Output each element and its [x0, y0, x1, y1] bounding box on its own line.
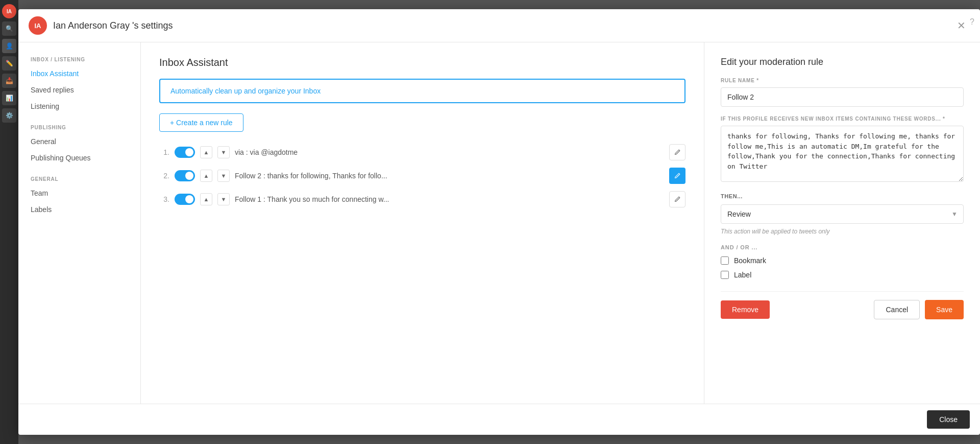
- rule-text-1: via : via @iagdotme: [235, 148, 664, 156]
- app-sidebar: IA 🔍 👤 ✏️ 📥 📊 ⚙️: [0, 0, 18, 444]
- modal-footer: Close: [18, 404, 980, 435]
- inbox-banner: Automatically clean up and organize your…: [159, 79, 685, 103]
- rule-number: 3.: [159, 195, 169, 203]
- close-footer-button[interactable]: Close: [927, 410, 970, 429]
- remove-button[interactable]: Remove: [721, 300, 770, 319]
- rule-edit-1[interactable]: [669, 144, 685, 160]
- edit-panel: Edit your moderation rule RULE NAME * IF…: [704, 42, 980, 404]
- rule-down-1[interactable]: ▼: [217, 146, 230, 158]
- bookmark-checkbox-row: Bookmark: [721, 256, 964, 265]
- modal-header: IA Ian Anderson Gray 's settings ✕: [18, 9, 980, 42]
- and-or-label: AND / OR ...: [721, 244, 964, 250]
- help-icon[interactable]: ?: [970, 17, 980, 28]
- sidebar-analytics[interactable]: 📊: [2, 91, 16, 105]
- rule-number: 1.: [159, 148, 169, 156]
- rule-item: 3. ▲ ▼ Follow 1 : Thank you so much for …: [159, 191, 685, 207]
- settings-modal: ? IA Ian Anderson Gray 's settings ✕ INB…: [18, 9, 980, 435]
- nav-item-publishing-queues[interactable]: Publishing Queues: [18, 150, 140, 166]
- rule-up-2[interactable]: ▲: [200, 170, 212, 182]
- modal-header-left: IA Ian Anderson Gray 's settings: [29, 16, 173, 35]
- bookmark-checkbox[interactable]: [721, 256, 729, 265]
- then-label: THEN...: [721, 193, 964, 199]
- label-checkbox[interactable]: [721, 271, 729, 279]
- action-note: This action will be applied to tweets on…: [721, 228, 964, 235]
- rule-toggle-3[interactable]: [175, 194, 195, 205]
- rule-toggle-2[interactable]: [175, 170, 195, 181]
- nav-item-saved-replies[interactable]: Saved replies: [18, 82, 140, 98]
- modal-close-button[interactable]: ✕: [953, 18, 970, 33]
- save-button[interactable]: Save: [925, 300, 964, 319]
- rule-text-3: Follow 1 : Thank you so much for connect…: [235, 195, 664, 203]
- main-content: Inbox Assistant Automatically clean up a…: [141, 42, 704, 404]
- rule-up-1[interactable]: ▲: [200, 146, 212, 158]
- sidebar-profile[interactable]: 👤: [2, 39, 16, 53]
- keywords-label: IF THIS PROFILE RECEIVES NEW INBOX ITEMS…: [721, 116, 964, 122]
- rule-name-input[interactable]: [721, 87, 964, 107]
- rule-name-label: RULE NAME *: [721, 78, 964, 83]
- cancel-button[interactable]: Cancel: [874, 300, 920, 319]
- rule-up-3[interactable]: ▲: [200, 193, 212, 205]
- nav-item-general[interactable]: General: [18, 133, 140, 150]
- rule-down-2[interactable]: ▼: [217, 170, 230, 182]
- create-rule-button[interactable]: + Create a new rule: [159, 113, 243, 132]
- modal-body: INBOX / LISTENING Inbox Assistant Saved …: [18, 42, 980, 404]
- keywords-textarea[interactable]: thanks for following, Thanks for followi…: [721, 126, 964, 182]
- nav-section-general: GENERAL: [18, 172, 140, 185]
- sidebar-search[interactable]: 🔍: [2, 21, 16, 36]
- rule-edit-3[interactable]: [669, 191, 685, 207]
- rule-number: 2.: [159, 172, 169, 180]
- rule-down-3[interactable]: ▼: [217, 193, 230, 205]
- nav-section-inbox: INBOX / LISTENING: [18, 53, 140, 65]
- sidebar-inbox[interactable]: 📥: [2, 74, 16, 88]
- rule-item: 1. ▲ ▼ via : via @iagdotme: [159, 144, 685, 160]
- nav-item-listening[interactable]: Listening: [18, 98, 140, 114]
- settings-nav: INBOX / LISTENING Inbox Assistant Saved …: [18, 42, 141, 404]
- sidebar-settings[interactable]: ⚙️: [2, 108, 16, 123]
- action-select[interactable]: Review Archive Delete Bookmark: [721, 204, 964, 224]
- label-label: Label: [734, 271, 751, 279]
- edit-panel-title: Edit your moderation rule: [721, 57, 964, 67]
- edit-panel-actions: Remove Cancel Save: [721, 291, 964, 319]
- rule-toggle-1[interactable]: [175, 147, 195, 158]
- app-avatar[interactable]: IA: [2, 4, 16, 18]
- nav-item-team[interactable]: Team: [18, 185, 140, 201]
- label-checkbox-row: Label: [721, 271, 964, 279]
- nav-item-labels[interactable]: Labels: [18, 201, 140, 218]
- sidebar-compose[interactable]: ✏️: [2, 56, 16, 71]
- nav-section-publishing: PUBLISHING: [18, 121, 140, 133]
- bookmark-label: Bookmark: [734, 256, 766, 265]
- rule-text-2: Follow 2 : thanks for following, Thanks …: [235, 172, 664, 180]
- action-select-wrapper: Review Archive Delete Bookmark ▼: [721, 204, 964, 224]
- rule-edit-2[interactable]: [669, 168, 685, 184]
- rule-item: 2. ▲ ▼ Follow 2 : thanks for following, …: [159, 168, 685, 184]
- rules-list: 1. ▲ ▼ via : via @iagdotme: [159, 144, 685, 207]
- btn-group: Cancel Save: [874, 300, 964, 319]
- modal-avatar: IA: [29, 16, 47, 35]
- nav-item-inbox-assistant[interactable]: Inbox Assistant: [18, 65, 140, 82]
- modal-title: Ian Anderson Gray 's settings: [53, 20, 173, 31]
- inbox-assistant-title: Inbox Assistant: [159, 57, 685, 68]
